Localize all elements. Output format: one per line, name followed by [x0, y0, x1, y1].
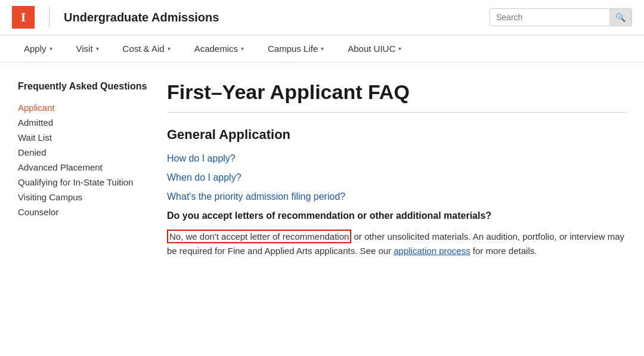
navbar: Apply ▾ Visit ▾ Cost & Aid ▾ Academics ▾… [0, 35, 644, 63]
faq-question-4: Do you accept letters of recommendation … [167, 210, 626, 221]
nav-item-cost-aid[interactable]: Cost & Aid ▾ [111, 35, 182, 62]
search-bar[interactable]: 🔍 [490, 8, 632, 26]
chevron-down-icon: ▾ [168, 45, 171, 52]
chevron-down-icon: ▾ [49, 45, 52, 52]
chevron-down-icon: ▾ [241, 45, 244, 52]
nav-item-academics[interactable]: Academics ▾ [182, 35, 256, 62]
sidebar: Frequently Asked Questions Applicant Adm… [18, 81, 155, 265]
nav-item-apply[interactable]: Apply ▾ [12, 35, 64, 62]
faq-question-3[interactable]: What's the priority admission filing per… [167, 191, 626, 202]
sidebar-item-denied[interactable]: Denied [18, 145, 155, 160]
university-logo: I [12, 6, 35, 29]
highlighted-text: No, we don't accept letter of recommenda… [167, 230, 351, 243]
application-process-link[interactable]: application process [394, 246, 470, 256]
content-area: First–Year Applicant FAQ General Applica… [167, 81, 626, 265]
site-title: Undergraduate Admissions [64, 11, 219, 24]
header-divider [49, 7, 49, 28]
sidebar-item-counselor[interactable]: Counselor [18, 205, 155, 219]
nav-item-campus-life[interactable]: Campus Life ▾ [256, 35, 336, 62]
sidebar-item-visiting-campus[interactable]: Visiting Campus [18, 190, 155, 205]
sidebar-item-applicant[interactable]: Applicant [18, 100, 155, 115]
answer-link-rest: for more details. [470, 246, 537, 256]
faq-question-2[interactable]: When do I apply? [167, 172, 626, 183]
search-input[interactable] [490, 9, 609, 26]
chevron-down-icon: ▾ [398, 45, 401, 52]
chevron-down-icon: ▾ [96, 45, 99, 52]
sidebar-heading: Frequently Asked Questions [18, 81, 155, 93]
section-title: General Application [167, 127, 626, 143]
sidebar-item-qualifying-instate[interactable]: Qualifying for In-State Tuition [18, 175, 155, 190]
sidebar-item-admitted[interactable]: Admitted [18, 115, 155, 130]
content-divider [167, 112, 626, 113]
main-content: Frequently Asked Questions Applicant Adm… [6, 63, 638, 283]
header-logo: I Undergraduate Admissions [12, 6, 219, 29]
nav-item-about[interactable]: About UIUC ▾ [336, 35, 413, 62]
sidebar-item-wait-list[interactable]: Wait List [18, 130, 155, 145]
chevron-down-icon: ▾ [321, 45, 324, 52]
faq-question-1[interactable]: How do I apply? [167, 153, 626, 164]
nav-item-visit[interactable]: Visit ▾ [64, 35, 111, 62]
faq-answer: No, we don't accept letter of recommenda… [167, 230, 626, 258]
sidebar-item-advanced-placement[interactable]: Advanced Placement [18, 160, 155, 175]
page-title: First–Year Applicant FAQ [167, 81, 626, 104]
search-button[interactable]: 🔍 [609, 9, 631, 26]
header: I Undergraduate Admissions 🔍 [0, 0, 644, 35]
